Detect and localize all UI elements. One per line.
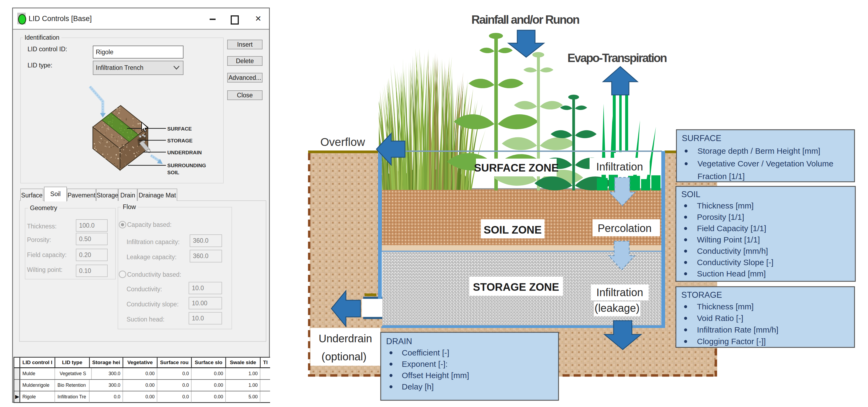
svg-text:Coefficient [-]: Coefficient [-]	[402, 348, 449, 357]
svg-text:Conductivity [mm/h]: Conductivity [mm/h]	[697, 247, 768, 255]
svg-text:SOIL ZONE: SOIL ZONE	[484, 224, 542, 236]
svg-text:Evapo-Transpiration: Evapo-Transpiration	[567, 51, 667, 64]
svg-text:Suction Head [mm]: Suction Head [mm]	[697, 269, 766, 278]
svg-text:STORAGE: STORAGE	[681, 290, 722, 300]
svg-text:Delay [h]: Delay [h]	[402, 382, 434, 391]
svg-text:SOIL: SOIL	[167, 170, 179, 175]
svg-text:Fraction [1/1]: Fraction [1/1]	[698, 172, 745, 181]
svg-text:Porosity [1/1]: Porosity [1/1]	[697, 213, 744, 221]
svg-text:UNDERDRAIN: UNDERDRAIN	[167, 150, 202, 155]
svg-text:SURROUNDING: SURROUNDING	[167, 163, 206, 168]
svg-text:SURFACE: SURFACE	[682, 133, 721, 143]
svg-text:Percolation: Percolation	[598, 222, 652, 234]
svg-text:Thickness [mm]: Thickness [mm]	[697, 302, 753, 311]
svg-text:SURFACE ZONE: SURFACE ZONE	[474, 162, 559, 174]
svg-text:Overflow: Overflow	[320, 136, 365, 148]
svg-text:Thickness [mm]: Thickness [mm]	[697, 201, 753, 210]
svg-text:Wilting Point [1/1]: Wilting Point [1/1]	[697, 235, 760, 244]
svg-text:(leakage): (leakage)	[595, 302, 640, 314]
svg-text:Infiltration Rate [mm/h]: Infiltration Rate [mm/h]	[697, 325, 778, 334]
svg-text:Clogging Factor [-]]: Clogging Factor [-]]	[697, 337, 766, 346]
svg-text:Exponent [-]:: Exponent [-]:	[402, 359, 447, 369]
svg-text:SOIL: SOIL	[681, 190, 701, 199]
svg-text:(optional): (optional)	[321, 351, 367, 363]
svg-text:STORAGE ZONE: STORAGE ZONE	[473, 281, 559, 293]
svg-text:Underdrain: Underdrain	[319, 333, 372, 344]
svg-text:Field Capacity [1/1]: Field Capacity [1/1]	[697, 224, 766, 233]
svg-text:Infiltration: Infiltration	[596, 286, 643, 298]
svg-text:Vegetative Cover / Vegetation: Vegetative Cover / Vegetation Volume	[698, 159, 834, 168]
svg-text:Storage depth / Berm Height [m: Storage depth / Berm Height [mm]	[698, 147, 820, 155]
svg-text:SURFACE: SURFACE	[167, 126, 192, 132]
svg-text:Offset Height [mm]: Offset Height [mm]	[402, 371, 469, 380]
svg-text:Rainfall and/or Runon: Rainfall and/or Runon	[471, 13, 580, 26]
svg-text:DRAIN: DRAIN	[386, 337, 412, 346]
svg-text:Infiltration: Infiltration	[596, 161, 643, 173]
svg-text:Void Ratio [-]: Void Ratio [-]	[697, 314, 743, 322]
svg-text:Conductivity Slope [-]: Conductivity Slope [-]	[697, 258, 773, 267]
svg-text:STORAGE: STORAGE	[167, 138, 193, 144]
